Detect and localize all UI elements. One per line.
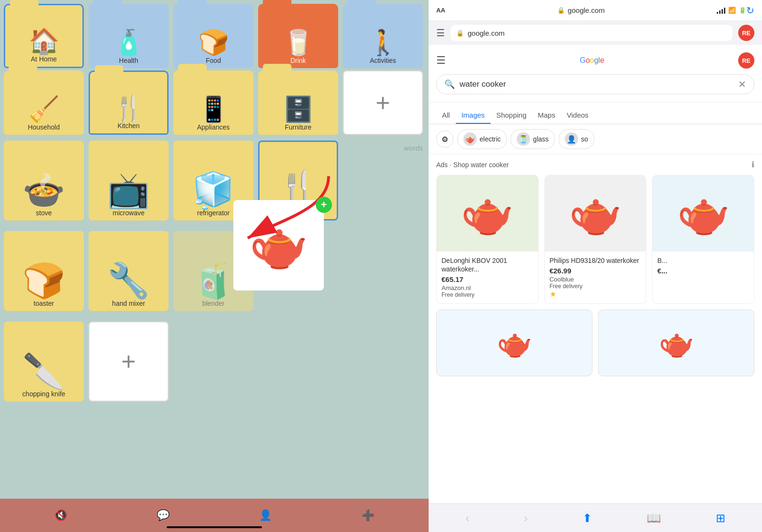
chip-so-img: 👤	[565, 132, 578, 146]
philips-info: Philips HD9318/20 waterkoker €26.99 Cool…	[545, 251, 646, 303]
word-microwave[interactable]: 📺 microwave	[89, 141, 169, 221]
ads-title: Ads · Shop water cooker	[436, 161, 509, 169]
filter-chips: ⚙ 🫖 electric 🫙 glass 👤 so	[429, 124, 762, 154]
blender-label: blender	[202, 300, 225, 307]
filter-icon[interactable]: ⚙	[436, 130, 453, 148]
philips-name: Philips HD9318/20 waterkoker	[550, 256, 642, 265]
search-bar[interactable]: 🔍 water cooker ✕	[436, 74, 754, 94]
ads-info-icon[interactable]: ℹ	[752, 160, 754, 169]
user-avatar[interactable]: RE	[738, 25, 754, 41]
search-icon: 🔍	[444, 79, 455, 90]
chip-so[interactable]: 👤 so	[559, 129, 594, 149]
delonghi-name: DeLonghi KBOV 2001 waterkoker...	[441, 256, 533, 273]
chat-icon[interactable]: 💬	[157, 509, 170, 522]
product-small-b[interactable]: 🫖	[598, 310, 754, 376]
add-to-board-button[interactable]: +	[316, 197, 332, 213]
category-drink[interactable]: 🥛 Drink	[258, 4, 338, 68]
third-name: B...	[657, 256, 749, 265]
hamburger-menu[interactable]: ☰	[436, 27, 445, 39]
appliances-icon: 📱	[198, 97, 229, 121]
chip-glass[interactable]: 🫙 glass	[511, 129, 555, 149]
word-hand-mixer[interactable]: 🔧 hand mixer	[89, 231, 169, 311]
health-label: Health	[119, 57, 138, 64]
mute-icon[interactable]: 🔇	[54, 509, 67, 522]
subcategory-furniture[interactable]: 🗄️ Furniture	[258, 70, 338, 135]
hand-mixer-label: hand mixer	[112, 300, 145, 307]
philips-shop: Coolblue	[550, 276, 642, 283]
tab-shopping[interactable]: Shopping	[491, 107, 532, 124]
health-icon: 🧴	[113, 30, 144, 55]
menu-icon[interactable]: ☰	[436, 54, 446, 67]
furniture-icon: 🗄️	[283, 97, 314, 121]
category-at-home[interactable]: 🏠 At Home	[4, 4, 84, 68]
domain-text: google.com	[568, 6, 605, 14]
word-stove[interactable]: 🍲 stove	[4, 141, 84, 221]
reload-button[interactable]: ↻	[746, 5, 754, 16]
appliances-label: Appliances	[197, 123, 230, 131]
wifi-icon: 📶	[728, 7, 736, 14]
status-bar: AA 🔒 google.com 📶 🔋 ↻	[429, 0, 762, 21]
bottom-bar: 🔇 💬 👤 ➕	[0, 499, 429, 532]
tab-videos[interactable]: Videos	[561, 107, 594, 124]
url-bar[interactable]: 🔒 google.com	[451, 25, 732, 41]
stove-label: stove	[36, 209, 51, 217]
product-delonghi[interactable]: 🫖 DeLonghi KBOV 2001 waterkoker... €65.1…	[436, 175, 539, 304]
person-icon[interactable]: 👤	[259, 509, 272, 522]
chip-electric-img: 🫖	[463, 132, 477, 146]
category-food[interactable]: 🍞 Food	[173, 4, 253, 68]
share-button[interactable]: ⬆	[582, 512, 592, 525]
clear-search-button[interactable]: ✕	[738, 79, 746, 90]
google-avatar[interactable]: RE	[738, 52, 754, 69]
subcategory-kitchen[interactable]: 🍴 Kitchen	[89, 70, 169, 135]
product-philips[interactable]: 🫖 Philips HD9318/20 waterkoker €26.99 Co…	[544, 175, 647, 304]
category-activities[interactable]: 🚶 Activities	[343, 4, 423, 68]
words-row-3: 🔪 chopping knife +	[4, 321, 169, 402]
bookmarks-button[interactable]: 📖	[647, 512, 661, 525]
browser-bottom-nav: ‹ › ⬆ 📖 ⊞	[429, 503, 762, 532]
drink-icon: 🥛	[283, 30, 314, 55]
chip-so-label: so	[581, 135, 588, 143]
add-word-button[interactable]: +	[89, 321, 169, 402]
word-toaster[interactable]: 🍞 toaster	[4, 231, 84, 311]
back-button[interactable]: ‹	[465, 512, 469, 525]
hand-mixer-icon: 🔧	[107, 263, 150, 298]
blender-icon: 🧃	[192, 263, 235, 298]
battery-icon: 🔋	[739, 7, 746, 14]
tab-images[interactable]: Images	[456, 107, 491, 124]
ads-header: Ads · Shop water cooker ℹ	[436, 160, 754, 169]
food-icon: 🍞	[198, 30, 229, 55]
tab-maps[interactable]: Maps	[532, 107, 561, 124]
forward-button[interactable]: ›	[524, 512, 528, 525]
chopping-knife-label: chopping knife	[22, 390, 65, 398]
words-label: words	[404, 144, 423, 152]
subcategory-appliances[interactable]: 📱 Appliances	[173, 70, 253, 135]
signal-icon	[717, 7, 725, 14]
category-health[interactable]: 🧴 Health	[89, 4, 169, 68]
third-price: €...	[657, 267, 749, 275]
add-icon[interactable]: ➕	[361, 509, 374, 522]
floating-kettle-popup: 🫖	[233, 200, 324, 291]
third-image: 🫖	[652, 175, 754, 251]
lock-icon: 🔒	[557, 7, 565, 14]
word-chopping-knife[interactable]: 🔪 chopping knife	[4, 321, 84, 402]
kitchen-icon: 🍴	[113, 95, 144, 120]
second-row-products: 🫖 🫖	[436, 310, 754, 376]
philips-star: ★	[550, 290, 556, 298]
delonghi-shop: Amazon.nl	[441, 284, 533, 291]
subcategories-row: 🧹 Household 🍴 Kitchen 📱 Appliances 🗄️ Fu…	[4, 70, 423, 135]
tab-all[interactable]: All	[436, 107, 456, 124]
tabs-button[interactable]: ⊞	[716, 512, 725, 525]
chip-electric[interactable]: 🫖 electric	[457, 129, 507, 149]
status-aa: AA	[436, 7, 445, 14]
chip-electric-label: electric	[480, 135, 501, 143]
google-logo-text: Google	[580, 56, 604, 65]
product-small-a[interactable]: 🫖	[436, 310, 592, 376]
household-icon: 🧹	[29, 97, 60, 121]
add-subcategory-button[interactable]: +	[343, 70, 423, 135]
subcategory-household[interactable]: 🧹 Household	[4, 70, 84, 135]
chopping-knife-icon: 🔪	[22, 354, 65, 388]
browser-nav-bar: ☰ 🔒 google.com RE	[429, 21, 762, 45]
product-third[interactable]: 🫖 B... €...	[652, 175, 754, 304]
google-logo-row: ☰ Google RE	[436, 52, 754, 69]
product-grid: 🫖 DeLonghi KBOV 2001 waterkoker... €65.1…	[436, 175, 754, 304]
